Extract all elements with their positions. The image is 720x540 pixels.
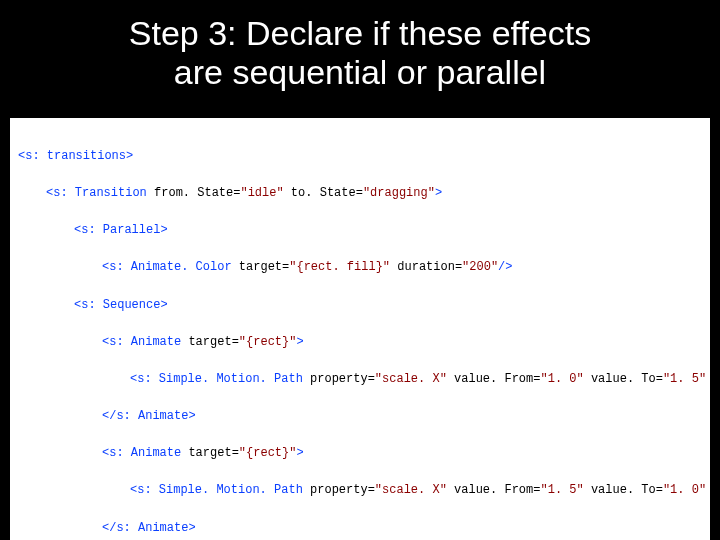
code-token: value. To=: [584, 483, 663, 497]
code-token: <s: Transition: [46, 186, 154, 200]
code-token: "{rect}": [239, 335, 297, 349]
code-token: "idle": [240, 186, 283, 200]
code-token: "dragging": [363, 186, 435, 200]
code-token: <s: Simple. Motion. Path: [130, 483, 310, 497]
code-token: "200": [462, 260, 498, 274]
code-token: to. State=: [284, 186, 363, 200]
code-token: from. State=: [154, 186, 240, 200]
slide-title: Step 3: Declare if these effects are seq…: [0, 0, 720, 100]
code-token: "1. 5": [540, 483, 583, 497]
code-token: "{rect}": [239, 446, 297, 460]
code-token: target=: [239, 260, 289, 274]
code-token: "{rect. fill}": [289, 260, 390, 274]
title-line-1: Step 3: Declare if these effects: [129, 14, 591, 52]
code-token: property=: [310, 372, 375, 386]
code-token: "1. 5": [663, 372, 710, 386]
code-token: <s: Animate: [102, 446, 188, 460]
code-token: <s: Parallel>: [74, 223, 168, 237]
code-token: "scale. X": [375, 483, 447, 497]
code-token: target=: [188, 335, 238, 349]
code-token: >: [435, 186, 442, 200]
code-token: value. To=: [584, 372, 663, 386]
code-token: target=: [188, 446, 238, 460]
code-token: <s: Animate: [102, 335, 188, 349]
code-token: "1. 0": [663, 483, 710, 497]
code-token: value. From=: [447, 483, 541, 497]
code-token: value. From=: [447, 372, 541, 386]
code-token: <s: Sequence>: [74, 298, 168, 312]
code-token: "scale. X": [375, 372, 447, 386]
code-token: <s: Animate. Color: [102, 260, 239, 274]
slide: Step 3: Declare if these effects are seq…: [0, 0, 720, 540]
code-token: <s: Simple. Motion. Path: [130, 372, 310, 386]
code-token: </s: Animate>: [102, 521, 196, 535]
title-line-2: are sequential or parallel: [174, 53, 546, 91]
code-token: <s: transitions>: [18, 149, 133, 163]
code-token: >: [296, 446, 303, 460]
code-token: >: [296, 335, 303, 349]
code-token: property=: [310, 483, 375, 497]
code-token: duration=: [390, 260, 462, 274]
code-token: "1. 0": [540, 372, 583, 386]
code-token: </s: Animate>: [102, 409, 196, 423]
code-block: <s: transitions> <s: Transition from. St…: [10, 118, 710, 540]
code-token: />: [498, 260, 512, 274]
